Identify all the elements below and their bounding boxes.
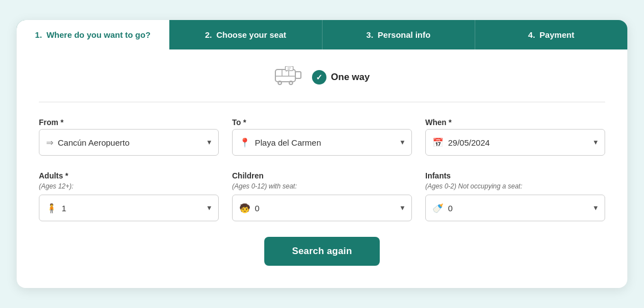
divider	[39, 102, 605, 102]
infant-icon: 🍼	[432, 203, 444, 213]
step-1-label: Where do you want to go?	[47, 30, 151, 39]
location-pin-icon: 📍	[239, 137, 250, 148]
adults-label: Adults *	[39, 171, 219, 180]
to-select[interactable]: 📍 Playa del Carmen ▼	[232, 129, 412, 156]
when-select[interactable]: 📅 29/05/2024 ▼	[425, 129, 605, 156]
infants-sub-label: (Ages 0-2) Not occupying a seat:	[425, 182, 605, 190]
step-3-number: 3.	[366, 30, 374, 39]
step-4[interactable]: 4. Payment	[475, 20, 627, 49]
step-2[interactable]: 2. Choose your seat	[169, 20, 322, 49]
children-select[interactable]: 🧒 0 ▼	[232, 195, 412, 221]
chevron-down-icon: ▼	[399, 138, 406, 146]
booking-card: 1. Where do you want to go? 2. Choose yo…	[17, 20, 627, 288]
search-button-row: Search again	[39, 237, 605, 266]
step-2-label: Choose your seat	[217, 30, 286, 39]
when-label: When *	[425, 118, 605, 127]
passengers-row: Adults * (Ages 12+): 🧍 1 ▼ Children (Age…	[39, 171, 605, 221]
chevron-down-icon: ▼	[592, 138, 599, 146]
adult-icon: 🧍	[46, 203, 57, 213]
steps-header: 1. Where do you want to go? 2. Choose yo…	[17, 20, 627, 49]
when-group: When * 📅 29/05/2024 ▼	[425, 118, 605, 156]
from-group: From * ⇒ Cancún Aeropuerto ▼	[39, 118, 219, 156]
card-body: ✓ One way From * ⇒ Cancún Aeropuerto ▼ T…	[17, 49, 627, 288]
step-4-label: Payment	[540, 30, 575, 39]
from-to-when-row: From * ⇒ Cancún Aeropuerto ▼ To * 📍 Play…	[39, 118, 605, 156]
children-label: Children	[232, 171, 412, 180]
child-icon: 🧒	[239, 203, 250, 213]
svg-point-1	[278, 81, 281, 85]
chevron-down-icon: ▼	[206, 138, 213, 146]
svg-rect-3	[295, 72, 301, 78]
children-sub-label: (Ages 0-12) with seat:	[232, 182, 412, 190]
from-value: Cancún Aeropuerto	[58, 138, 198, 147]
children-value: 0	[255, 203, 391, 213]
search-again-button[interactable]: Search again	[264, 237, 380, 266]
to-label: To *	[232, 118, 412, 127]
children-group: Children (Ages 0-12) with seat: 🧒 0 ▼	[232, 171, 412, 221]
check-circle-icon: ✓	[312, 70, 326, 85]
infants-group: Infants (Ages 0-2) Not occupying a seat:…	[425, 171, 605, 221]
step-3[interactable]: 3. Personal info	[323, 20, 475, 49]
arrow-right-icon: ⇒	[46, 137, 53, 148]
calendar-icon: 📅	[432, 137, 444, 148]
when-value: 29/05/2024	[448, 138, 585, 147]
bus-icon	[274, 66, 303, 88]
adults-group: Adults * (Ages 12+): 🧍 1 ▼	[39, 171, 219, 221]
step-3-label: Personal info	[378, 30, 430, 39]
step-4-number: 4.	[528, 30, 535, 39]
from-select[interactable]: ⇒ Cancún Aeropuerto ▼	[39, 129, 219, 156]
adults-value: 1	[62, 203, 198, 213]
step-1-number: 1.	[35, 30, 42, 39]
one-way-label: One way	[331, 72, 370, 83]
from-label: From *	[39, 118, 219, 127]
adults-sub-label: (Ages 12+):	[39, 182, 219, 190]
step-1[interactable]: 1. Where do you want to go?	[17, 20, 169, 49]
adults-select[interactable]: 🧍 1 ▼	[39, 195, 219, 221]
one-way-badge: ✓ One way	[312, 70, 370, 85]
svg-point-2	[289, 81, 293, 85]
to-group: To * 📍 Playa del Carmen ▼	[232, 118, 412, 156]
to-value: Playa del Carmen	[255, 138, 391, 147]
infants-value: 0	[448, 203, 585, 213]
chevron-down-icon: ▼	[592, 204, 599, 212]
step-2-number: 2.	[205, 30, 212, 39]
svg-rect-7	[285, 66, 293, 71]
infants-label: Infants	[425, 171, 605, 180]
svg-rect-0	[275, 69, 295, 82]
infants-select[interactable]: 🍼 0 ▼	[425, 195, 605, 221]
trip-type-row: ✓ One way	[39, 66, 605, 88]
chevron-down-icon: ▼	[399, 204, 406, 212]
chevron-down-icon: ▼	[206, 204, 213, 212]
